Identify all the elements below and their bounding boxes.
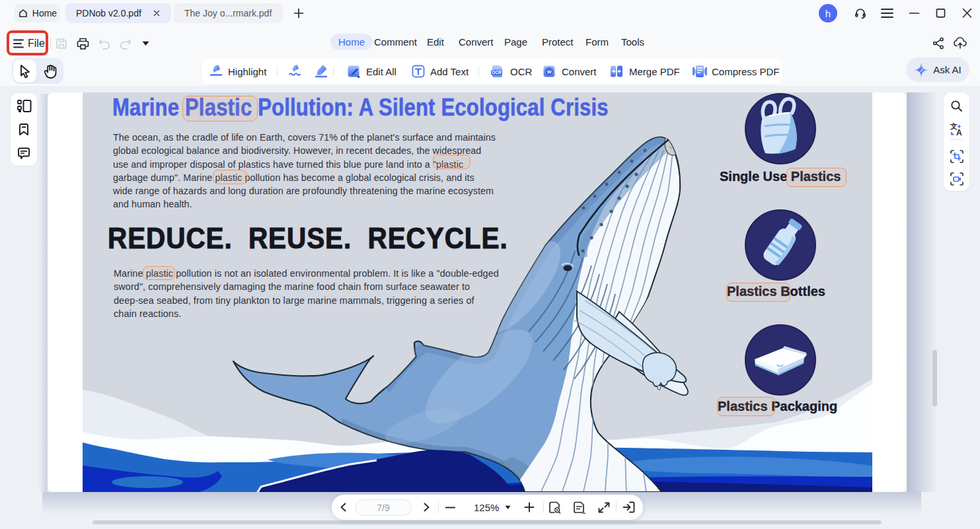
svg-text:OCR: OCR [492, 70, 502, 75]
svg-text:A: A [956, 128, 962, 136]
svg-text:w: w [547, 69, 552, 75]
